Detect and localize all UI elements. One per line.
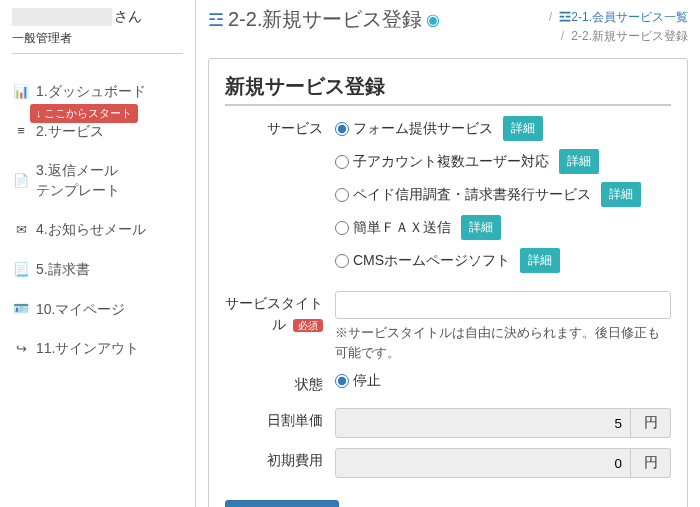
nav-icon: 📊 <box>12 83 30 101</box>
user-role: 一般管理者 <box>12 30 183 54</box>
unit-yen: 円 <box>631 408 671 438</box>
service-option-3: 簡単ＦＡＸ送信詳細 <box>335 215 671 240</box>
nav-label: 1.ダッシュボード <box>36 82 183 102</box>
detail-button[interactable]: 詳細 <box>461 215 501 240</box>
row-service-title: サービスタイトル 必須 ※サービスタイトルは自由に決められます。後日修正も可能で… <box>225 291 671 362</box>
panel-heading: 新規サービス登録 <box>225 73 671 106</box>
main: ☲ 2-2.新規サービス登録 ◉ ☲2-1.会員サービス一覧 2-2.新規サービ… <box>195 0 700 507</box>
status-options: 停止 <box>335 372 671 398</box>
service-option-label: ペイド信用調査・請求書発行サービス <box>353 186 591 204</box>
label-service: サービス <box>225 116 335 139</box>
sidebar-item-2[interactable]: 📄3.返信メール テンプレート <box>12 151 183 210</box>
nav-label: 3.返信メール テンプレート <box>36 161 183 200</box>
status-option-0: 停止 <box>335 372 671 390</box>
service-option-2: ペイド信用調査・請求書発行サービス詳細 <box>335 182 671 207</box>
service-radio-3[interactable] <box>335 221 349 235</box>
service-title-help: ※サービスタイトルは自由に決められます。後日修正も可能です。 <box>335 323 671 362</box>
service-option-label: CMSホームページソフト <box>353 252 510 270</box>
list-icon: ☲ <box>559 10 571 24</box>
initial-cost-input[interactable] <box>335 448 631 478</box>
user-name-redacted <box>12 8 112 26</box>
service-option-4: CMSホームページソフト詳細 <box>335 248 671 273</box>
required-badge: 必須 <box>293 319 323 332</box>
label-service-title: サービスタイトル 必須 <box>225 291 335 335</box>
service-option-0: フォーム提供サービス詳細 <box>335 116 671 141</box>
sidebar-item-3[interactable]: ✉4.お知らせメール <box>12 210 183 250</box>
nav-label: 2.サービス <box>36 122 183 142</box>
row-daily-price: 日割単価 円 <box>225 408 671 438</box>
user-name-suffix: さん <box>114 8 142 26</box>
nav-label: 4.お知らせメール <box>36 220 183 240</box>
service-option-label: 子アカウント複数ユーザー対応 <box>353 153 549 171</box>
row-status: 状態 停止 <box>225 372 671 398</box>
nav-icon: ≡ <box>12 122 30 140</box>
status-option-label: 停止 <box>353 372 381 390</box>
detail-button[interactable]: 詳細 <box>601 182 641 207</box>
nav-label: 11.サインアウト <box>36 339 183 359</box>
service-options: フォーム提供サービス詳細子アカウント複数ユーザー対応詳細ペイド信用調査・請求書発… <box>335 116 671 281</box>
page-title-text: 2-2.新規サービス登録 <box>228 6 422 33</box>
form-panel: 新規サービス登録 サービス フォーム提供サービス詳細子アカウント複数ユーザー対応… <box>208 58 688 507</box>
start-here-badge: ここからスタート <box>30 104 138 123</box>
dashboard-icon: ◉ <box>426 10 440 29</box>
sidebar-nav: 📊1.ダッシュボードここからスタート≡2.サービス📄3.返信メール テンプレート… <box>12 72 183 369</box>
daily-price-input[interactable] <box>335 408 631 438</box>
nav-icon: 📃 <box>12 261 30 279</box>
detail-button[interactable]: 詳細 <box>559 149 599 174</box>
sidebar-item-5[interactable]: 🪪10.マイページ <box>12 290 183 330</box>
nav-label: 10.マイページ <box>36 300 183 320</box>
label-status: 状態 <box>225 372 335 395</box>
nav-label: 5.請求書 <box>36 260 183 280</box>
page-title: ☲ 2-2.新規サービス登録 ◉ <box>208 6 440 33</box>
service-option-label: フォーム提供サービス <box>353 120 493 138</box>
sidebar-item-4[interactable]: 📃5.請求書 <box>12 250 183 290</box>
crumb-current: 2-2.新規サービス登録 <box>571 29 688 43</box>
service-radio-0[interactable] <box>335 122 349 136</box>
service-radio-4[interactable] <box>335 254 349 268</box>
sidebar-item-1[interactable]: ここからスタート≡2.サービス <box>12 112 183 152</box>
service-title-input[interactable] <box>335 291 671 319</box>
detail-button[interactable]: 詳細 <box>503 116 543 141</box>
nav-icon: ✉ <box>12 221 30 239</box>
service-option-1: 子アカウント複数ユーザー対応詳細 <box>335 149 671 174</box>
sidebar-item-6[interactable]: ↪11.サインアウト <box>12 329 183 369</box>
user-block: さん 一般管理者 <box>12 8 183 54</box>
label-daily-price: 日割単価 <box>225 408 335 431</box>
label-initial-cost: 初期費用 <box>225 448 335 471</box>
unit-yen: 円 <box>631 448 671 478</box>
list-icon: ☲ <box>208 9 224 31</box>
submit-button[interactable]: サービス登録 <box>225 500 339 507</box>
status-radio-0[interactable] <box>335 374 349 388</box>
nav-icon: 📄 <box>12 172 30 190</box>
row-service: サービス フォーム提供サービス詳細子アカウント複数ユーザー対応詳細ペイド信用調査… <box>225 116 671 281</box>
service-option-label: 簡単ＦＡＸ送信 <box>353 219 451 237</box>
detail-button[interactable]: 詳細 <box>520 248 560 273</box>
nav-icon: 🪪 <box>12 300 30 318</box>
crumb-link-service-list[interactable]: ☲2-1.会員サービス一覧 <box>559 10 688 24</box>
row-initial-cost: 初期費用 円 <box>225 448 671 478</box>
service-radio-2[interactable] <box>335 188 349 202</box>
service-radio-1[interactable] <box>335 155 349 169</box>
sidebar: さん 一般管理者 📊1.ダッシュボードここからスタート≡2.サービス📄3.返信メ… <box>0 0 195 507</box>
nav-icon: ↪ <box>12 340 30 358</box>
breadcrumb: ☲2-1.会員サービス一覧 2-2.新規サービス登録 <box>545 8 688 46</box>
